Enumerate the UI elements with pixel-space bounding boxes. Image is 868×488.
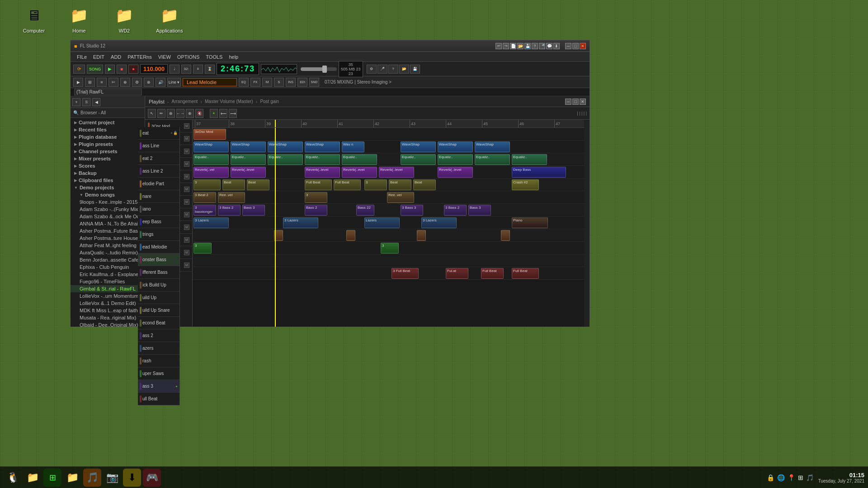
clip-bass2-b3c[interactable]: Bass 3 (468, 205, 491, 216)
desktop-icon-applications[interactable]: 📁 Applications (154, 5, 185, 33)
track-label-differentbass[interactable]: ifferent Bass (138, 266, 179, 279)
tracks-canvas[interactable]: 3xOsc Mod WaveShap WaveShap WaveShap Wav… (193, 128, 584, 327)
browser-item-demo-songs[interactable]: ▼Demo songs (71, 191, 145, 198)
pl-tool-nav[interactable]: ←→ (176, 109, 184, 118)
track-label-piano[interactable]: iano (138, 203, 179, 216)
mixer-btn-3[interactable]: ≡ (97, 78, 107, 87)
desktop-icon-wd2[interactable]: 📁 WD2 (108, 5, 140, 33)
taskbar-game-icon[interactable]: 🎮 (143, 469, 161, 487)
clip-fullbeat-4[interactable]: Full Beat (512, 268, 539, 279)
track-row-supersaws[interactable]: 3 3 (193, 242, 584, 254)
sys-btn-3[interactable]: ? (388, 65, 398, 74)
clip-bass-4[interactable]: Reverb(..evel (342, 167, 377, 178)
track-label-buildupsnare[interactable]: uild Up Snare (138, 304, 179, 317)
close-button[interactable]: ✕ (580, 43, 586, 49)
mixer-btn-s[interactable]: S (274, 78, 284, 87)
clip-deepbass[interactable]: Deep Bass (512, 167, 566, 178)
clip-strings-8[interactable]: Equaliz.. (475, 154, 510, 165)
maximize-button[interactable]: □ (572, 43, 579, 49)
clip-strings-2[interactable]: Equaliz.. (231, 154, 266, 165)
taskbar-start-icon[interactable]: 🐧 (4, 469, 22, 487)
mixer-btn-send[interactable]: SND (309, 78, 319, 87)
clip-strings-7[interactable]: Equaliz.. (438, 154, 473, 165)
tb-btn-1[interactable]: ↩ (495, 43, 502, 49)
clip-crash-3[interactable] (417, 230, 426, 241)
clip-crash-1[interactable] (274, 230, 283, 241)
clip-bass2-b2c[interactable]: 3 Bass 2 (444, 205, 467, 216)
taskbar-terminal-icon[interactable]: ⊞ (43, 469, 61, 487)
menu-patterns[interactable]: PATTERns (125, 53, 154, 61)
sys-btn-5[interactable]: 💾 (410, 65, 420, 74)
track-mute-11[interactable]: M (184, 250, 189, 255)
song-mode-btn[interactable]: SONG (87, 65, 103, 74)
track-label-bassline2[interactable]: ass Line 2 (138, 165, 179, 178)
track-mute-9[interactable]: M (184, 225, 189, 230)
taskbar-folder-icon[interactable]: 📁 (63, 469, 81, 487)
browser-back-btn[interactable]: ◀ (92, 98, 100, 106)
clip-melodie-6[interactable]: WaveShap (401, 141, 436, 152)
mixer-btn-1[interactable]: ▶ (73, 78, 83, 87)
track-row-bass3[interactable] (193, 254, 584, 267)
browser-file-ephixa[interactable]: Ephixa - Club Penguin (71, 263, 145, 271)
browser-file-olbaid1[interactable]: Olbaid - Dee..Original Mix) (71, 321, 145, 327)
pl-tool-select[interactable]: ↖ (148, 109, 156, 118)
clip-melodie-8[interactable]: WaveShap (475, 141, 510, 152)
vertical-scrollbar[interactable] (584, 120, 590, 327)
tb-btn-chat[interactable]: 💬 (546, 43, 552, 49)
browser-item-current-project[interactable]: ▶Current project (71, 119, 145, 126)
track-row-fullbeat[interactable]: 3 Full Beat Ful.at Full Beat Full Beat (193, 267, 584, 280)
track-label-buildup[interactable]: uild Up (138, 291, 179, 304)
track-mute-3[interactable]: M (184, 149, 189, 154)
clip-bass2-b3b[interactable]: 3 Bass 3 (401, 205, 423, 216)
mixer-btn-6[interactable]: ⚙ (132, 78, 142, 87)
browser-item-backup[interactable]: ▶Backup (71, 169, 145, 177)
clip-beat2-ree2[interactable]: Ree..vel (387, 192, 414, 203)
track-label-lazers[interactable]: azers (138, 342, 179, 355)
tb-btn-download[interactable]: ⬇ (553, 43, 560, 49)
track-label-strings[interactable]: trings (138, 228, 179, 241)
menu-tools[interactable]: TOOLS (203, 53, 225, 61)
clip-fullbeat-2[interactable]: Ful.at (446, 268, 468, 279)
clip-lazers-2[interactable]: 3 Lazers (283, 217, 318, 228)
browser-item-plugin-presets[interactable]: ▶Plugin presets (71, 141, 145, 148)
track-label-eat[interactable]: eat + 🔒 (138, 127, 179, 140)
mixer-btn-2[interactable]: ⊞ (85, 78, 95, 87)
track-label-deepbass[interactable]: eep Bass (138, 216, 179, 228)
track-mute-12[interactable]: M (184, 263, 189, 268)
pl-tool-zoom[interactable]: ⊕ (186, 109, 194, 118)
track-label-bassline[interactable]: ass Line (138, 140, 179, 152)
mixer-btn-4[interactable]: ✄ (108, 78, 118, 87)
menu-help[interactable]: help (226, 53, 241, 61)
clip-melodie-7[interactable]: WaveShap (438, 141, 473, 152)
track-mute-1[interactable]: M (184, 123, 189, 129)
clip-strings-6[interactable]: Equaliz.. (401, 154, 436, 165)
track-label-crash[interactable]: rash (138, 355, 179, 367)
pl-tool-draw[interactable]: ✏ (157, 109, 165, 118)
menu-view[interactable]: VIEW (156, 53, 174, 61)
track-label-kickbuildup[interactable]: ick Build Up (138, 279, 179, 291)
playlist-close-btn[interactable]: ✕ (580, 99, 586, 105)
sys-btn-1[interactable]: ⚙ (367, 65, 377, 74)
bpm-display[interactable]: 110.000 (140, 64, 168, 74)
track-label-melodiepart[interactable]: elodie Part (138, 178, 179, 190)
clip-strings-1[interactable]: Equaliz.. (193, 154, 229, 165)
mixer-btn-5[interactable]: ⊕ (120, 78, 130, 87)
browser-file-atthar[interactable]: Atthar Feat M..ight feeling (71, 242, 145, 249)
taskbar-files-icon[interactable]: 📁 (24, 469, 42, 487)
clip-bass2-b3[interactable]: Bass 3 (242, 205, 265, 216)
clip-supersaws-1[interactable]: 3 (193, 243, 212, 253)
track-label-snare[interactable]: nare (138, 190, 179, 203)
mixer-btn-eq[interactable]: EQ (239, 78, 249, 87)
metronome-btn[interactable]: ♩ (170, 65, 179, 74)
trial-input[interactable] (74, 89, 142, 95)
clip-lazers-3[interactable]: Lazers (364, 217, 400, 228)
browser-add-btn[interactable]: + (72, 98, 80, 106)
track-row-bass1[interactable]: Reverb(..vel Reverb(..level Reverb(..lev… (193, 166, 584, 178)
record-button[interactable]: ● (128, 65, 138, 74)
clip-crash2[interactable]: Crash #2 (512, 179, 539, 190)
tb-btn-new[interactable]: 📄 (510, 43, 516, 49)
track-label-secondbeat[interactable]: econd Beat (138, 317, 179, 329)
mixer-btn-edit[interactable]: EDI (297, 78, 307, 87)
clip-fullbeat-3[interactable]: Full Beat (481, 268, 504, 279)
clip-melodie-2[interactable]: WaveShap (231, 141, 266, 152)
